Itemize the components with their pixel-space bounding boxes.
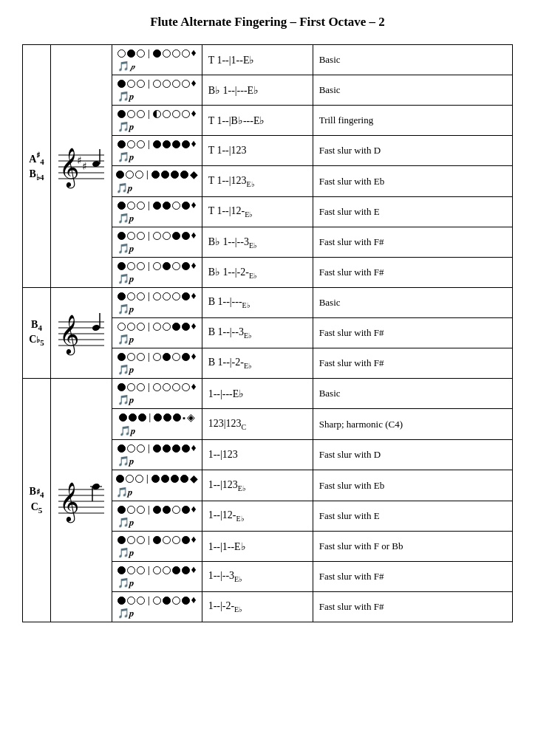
notation-3-4: 1--|123E♭ [202, 470, 313, 501]
diagram-1-3: | ♦ 🎵𝆏 [112, 106, 202, 136]
desc-1-7: Fast slur with F# [313, 227, 512, 258]
desc-3-6: Fast slur with F or Bb [313, 532, 512, 562]
diagram-3-6: | ♦ 🎵𝆏 [112, 532, 202, 562]
diagram-2-3: | ♦ 🎵𝆏 [112, 348, 202, 379]
notation-2-3: B 1--|-2-E♭ [202, 348, 313, 379]
svg-text:𝄞: 𝄞 [59, 482, 79, 523]
note-label-3: B♯4 C5 [23, 379, 51, 622]
desc-3-1: Basic [313, 379, 512, 409]
fingering-table: A♯4 B♭4 𝄞 ♯ ♯ [22, 44, 513, 622]
diagram-3-1: | ♦ 🎵𝆏 [112, 379, 202, 409]
table-row: B4 C♭5 𝄞 [23, 288, 513, 318]
diagram-3-4: | ◆ 🎵𝆏 [112, 470, 202, 501]
desc-1-3: Trill fingering [313, 106, 512, 136]
desc-1-2: Basic [313, 75, 512, 106]
diagram-3-8: | ♦ 🎵𝆏 [112, 592, 202, 622]
notation-1-5: T 1--|123E♭ [202, 166, 313, 197]
staff-3: 𝄞 [51, 379, 112, 622]
diagram-1-8: | ♦ 🎵𝆏 [112, 258, 202, 288]
notation-1-3: T 1--|B♭---E♭ [202, 106, 313, 136]
svg-text:𝄞: 𝄞 [59, 315, 79, 356]
svg-text:♯: ♯ [77, 155, 82, 166]
table-row: A♯4 B♭4 𝄞 ♯ ♯ [23, 45, 513, 75]
desc-3-8: Fast slur with F# [313, 592, 512, 622]
diagram-3-2: | ▪ ◈ 🎵𝆏 [112, 409, 202, 440]
staff-2: 𝄞 [51, 288, 112, 379]
desc-1-4: Fast slur with D [313, 136, 512, 166]
desc-2-2: Fast slur with F# [313, 318, 512, 348]
notation-3-3: 1--|123 [202, 440, 313, 470]
diagram-3-5: | ♦ 🎵𝆏 [112, 501, 202, 532]
notation-1-1: T 1--|1--E♭ [202, 45, 313, 75]
note-label-2: B4 C♭5 [23, 288, 51, 379]
desc-3-3: Fast slur with D [313, 440, 512, 470]
diagram-1-6: | ♦ 🎵𝆏 [112, 197, 202, 227]
desc-3-5: Fast slur with E [313, 501, 512, 532]
notation-3-6: 1--|1--E♭ [202, 532, 313, 562]
svg-text:♯: ♯ [82, 161, 87, 172]
desc-1-1: Basic [313, 45, 512, 75]
desc-3-7: Fast slur with F# [313, 562, 512, 592]
diagram-1-1: | ♦ 🎵 𝆏 [112, 45, 202, 75]
diagram-1-7: | ♦ 🎵𝆏 [112, 227, 202, 258]
notation-3-8: 1--|-2-E♭ [202, 592, 313, 622]
notation-1-2: B♭ 1--|---E♭ [202, 75, 313, 106]
diagram-2-1: | ♦ 🎵𝆏 [112, 288, 202, 318]
desc-1-8: Fast slur with F# [313, 258, 512, 288]
notation-1-8: B♭ 1--|-2-E♭ [202, 258, 313, 288]
diagram-3-3: | ♦ 🎵𝆏 [112, 440, 202, 470]
notation-2-2: B 1--|--3E♭ [202, 318, 313, 348]
diagram-3-7: | ♦ 🎵𝆏 [112, 562, 202, 592]
notation-3-1: 1--|---E♭ [202, 379, 313, 409]
diagram-1-5: | ◆ 🎵𝆏 [112, 166, 202, 197]
diagram-2-2: | ♦ 🎵𝆏 [112, 318, 202, 348]
svg-point-16 [92, 324, 100, 331]
desc-3-4: Fast slur with Eb [313, 470, 512, 501]
notation-1-7: B♭ 1--|--3E♭ [202, 227, 313, 258]
notation-3-2: 123|123C [202, 409, 313, 440]
desc-1-5: Fast slur with Eb [313, 166, 512, 197]
page-title: Flute Alternate Fingering – First Octave… [22, 15, 513, 30]
diagram-1-2: | ♦ 🎵𝆏 [112, 75, 202, 106]
desc-1-6: Fast slur with E [313, 197, 512, 227]
desc-3-2: Sharp; harmonic (C4) [313, 409, 512, 440]
diagram-1-4: | ♦ 🎵𝆏 [112, 136, 202, 166]
staff-1: 𝄞 ♯ ♯ [51, 45, 112, 288]
notation-3-5: 1--|12-E♭ [202, 501, 313, 532]
notation-1-6: T 1--|12-E♭ [202, 197, 313, 227]
note-label-1: A♯4 B♭4 [23, 45, 51, 288]
notation-3-7: 1--|--3E♭ [202, 562, 313, 592]
svg-text:𝄞: 𝄞 [59, 148, 79, 189]
desc-2-1: Basic [313, 288, 512, 318]
table-row: B♯4 C5 𝄞 [23, 379, 513, 409]
desc-2-3: Fast slur with F# [313, 348, 512, 379]
notation-2-1: B 1--|---E♭ [202, 288, 313, 318]
notation-1-4: T 1--|123 [202, 136, 313, 166]
